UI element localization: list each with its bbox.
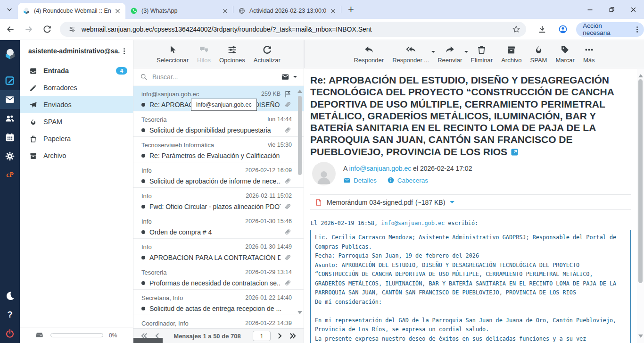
dropdown-caret-icon[interactable] [431,51,435,55]
paperclip-icon [281,251,293,263]
search-bar[interactable]: Buscar... [133,68,304,85]
rail-item-mail[interactable] [0,90,20,109]
reader-reenviar-button[interactable]: Reenviar [438,45,462,64]
next-page-button[interactable] [275,332,284,340]
reader-scrollbar[interactable] [637,69,644,343]
rail-item-help[interactable]: ? [0,305,20,324]
omnibox[interactable]: webmail.sanjuan.gob.ec/cpsess1364244002/… [60,22,526,37]
reader-archivo-button[interactable]: Archivo [501,45,521,64]
message-row-5[interactable]: Info2026-02-11 15:02Fwd: Oficio Circular… [133,188,304,213]
minimize-button[interactable] [579,0,601,19]
new-tab-button[interactable]: + [347,6,355,14]
bookmark-star-icon[interactable] [512,25,520,33]
browser-tab-2[interactable]: (3) WhatsApp [125,3,233,19]
unread-dot-icon [141,205,145,209]
list-opciones-button[interactable]: Opciones [219,45,245,64]
downloads-icon[interactable] [537,25,547,34]
external-link-icon[interactable] [511,148,519,156]
attachment-menu-caret-icon[interactable] [450,201,454,206]
rail-item-moon[interactable] [0,286,20,305]
tab-divider [341,6,341,13]
restore-button[interactable] [601,0,622,19]
message-row-8[interactable]: Tesoreria2026-01-29 13:14Proformas de ne… [133,264,304,290]
profile-icon[interactable] [558,25,568,34]
browser-menu-icon[interactable] [633,25,641,33]
message-row-3[interactable]: Tecnoserviweb Informáticavie 15:30Re: Pa… [133,137,304,162]
sidebar-folder-papelera[interactable]: Papelera [20,130,133,147]
page-number-input[interactable]: 1 [253,331,271,341]
sidebar-folder-entrada[interactable]: Entrada4 [20,62,133,79]
reload-button[interactable] [40,21,55,37]
back-button[interactable] [3,21,18,37]
unread-dot-icon [141,179,145,183]
sidebar-folder-spam[interactable]: SPAM [20,113,133,130]
scroll-down-arrow-icon[interactable] [638,335,643,340]
account-menu-icon[interactable] [120,47,128,55]
forward-icon [445,45,455,55]
action-needed-button[interactable]: Acción necesaria [576,22,644,37]
reader-eliminar-button[interactable]: Eliminar [471,45,493,64]
sliders-icon [227,45,237,55]
quote-address-link[interactable]: info@sanjuan.gob.ec [381,220,445,226]
search-scope-envelope-icon[interactable] [281,73,289,81]
compose-icon [5,75,15,86]
list-scrollbar-thumb[interactable] [298,96,302,175]
message-row-line2: Solicitud de aprobación de informe de ne… [141,176,292,186]
tab-close-icon[interactable] [221,7,229,15]
rail-item-calendar[interactable] [0,128,20,147]
message-row-9[interactable]: Secretaria, Info2026-01-22 14:40Solicitu… [133,290,304,315]
list-scrollbar[interactable] [297,87,303,323]
scroll-down-arrow-icon[interactable] [297,311,302,317]
list-hilos-button[interactable]: Hilos [197,45,211,64]
search-scope-caret-icon[interactable] [293,76,297,80]
browser-tab-3[interactable]: Actividad 2026-02-23 13:00:00 [233,3,341,19]
attachment-name[interactable]: Memorándum 034-signed.pdf [327,199,413,206]
close-button[interactable] [622,0,644,19]
scroll-up-arrow-icon[interactable] [297,87,302,93]
account-row[interactable]: asistente-administrativo@sa... [20,40,133,62]
rail-item-contacts[interactable] [0,109,20,128]
dropdown-caret-icon[interactable] [464,51,468,55]
message-row-4[interactable]: Info2026-02-12 16:09Solicitud de aprobac… [133,162,304,188]
message-row-line2: Solicitud de disponibilidad presupuestar… [141,125,292,135]
scroll-up-arrow-icon[interactable] [638,72,643,77]
message-subject: Re: APROBACIÓN DEL ESTUDIO, DISEÑO Y DES… [310,74,635,158]
toolbar-button-label: Seleccionar [157,57,189,64]
reader-responder--button[interactable]: Responder ... [392,45,429,64]
url-text[interactable]: webmail.sanjuan.gob.ec/cpsess1364244002/… [82,25,508,33]
headers-link[interactable]: Cabeceras [397,177,428,184]
search-input[interactable]: Buscar... [152,73,281,81]
reader-spam-button[interactable]: SPAM [530,45,547,64]
message-row-7[interactable]: Info2026-01-30 14:49APROBACION PARA LA C… [133,239,304,264]
list-actualizar-button[interactable]: Actualizar [254,45,281,64]
site-settings-icon[interactable] [68,25,76,33]
reader-más-button[interactable]: Más [583,45,595,64]
sidebar-folder-borradores[interactable]: Borradores [20,79,133,96]
attachment-row[interactable]: Memorándum 034-signed.pdf (~187 KB) [310,194,631,210]
list-seleccionar-button[interactable]: Seleccionar [157,45,189,64]
message-row-2[interactable]: Tesorerialun 14:44Solicitud de disponibi… [133,111,304,137]
rail-item-compose[interactable] [0,71,20,90]
reader-scrollbar-thumb[interactable] [638,79,643,283]
quoted-message-body: Lic. Cecilia Carrasco Mendoza; Asistente… [310,230,631,343]
rail-item-settings[interactable] [0,147,20,166]
forward-button[interactable] [21,21,37,37]
details-link[interactable]: Detalles [354,177,377,184]
reader-responder-button[interactable]: Responder [354,45,384,64]
rail-item-power[interactable] [0,324,20,343]
toolbar-button-label: Responder ... [392,57,429,64]
browser-tab-1[interactable]: (4) Roundcube Webmail :: Envia [18,3,125,19]
sender-avatar [312,162,336,185]
recipient-address-link[interactable]: info@sanjuan.gob.ec [349,165,411,172]
message-row-6[interactable]: Info2026-01-30 15:46Orden de compra # 4 [133,213,304,239]
reader-marcar-button[interactable]: Marcar [555,45,574,64]
sidebar-folder-archivo[interactable]: Archivo [20,147,133,164]
message-row-10[interactable]: Coordinador, Info2026-01-22 14:39 [133,315,304,328]
tab-search-chevron-icon[interactable] [6,6,13,13]
last-page-button[interactable] [289,332,297,340]
tab-close-icon[interactable] [329,7,337,15]
rail-item-cpanel[interactable]: cP [0,166,20,184]
tab-close-icon[interactable] [114,7,122,15]
sidebar-folder-enviados[interactable]: Enviados [20,96,133,113]
rail-item-roundcube-logo[interactable] [0,42,20,66]
